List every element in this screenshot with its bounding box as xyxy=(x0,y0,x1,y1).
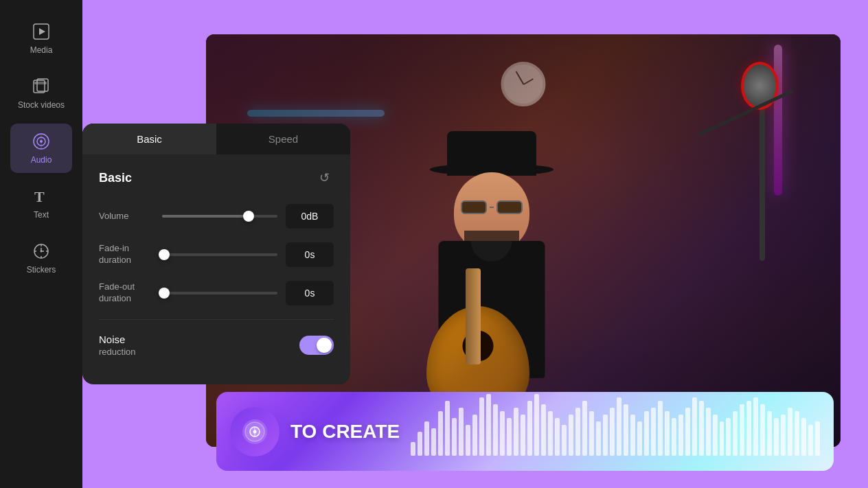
audio-note-icon xyxy=(242,419,267,444)
wave-bar xyxy=(610,408,615,456)
wave-bar xyxy=(500,411,505,456)
wave-bar xyxy=(486,394,491,456)
fade-out-label: Fade-out duration xyxy=(99,281,154,305)
tab-speed[interactable]: Speed xyxy=(216,124,350,154)
wave-bar xyxy=(555,418,560,456)
noise-reduction-toggle[interactable] xyxy=(299,336,334,355)
volume-label: Volume xyxy=(99,211,154,222)
fade-out-thumb[interactable] xyxy=(159,288,170,299)
wave-bar xyxy=(658,401,663,456)
wave-bar xyxy=(603,415,608,456)
wave-bar xyxy=(630,415,635,456)
wave-bar xyxy=(418,432,422,456)
noise-label: Noise xyxy=(99,334,135,345)
wave-bar xyxy=(788,408,792,456)
toggle-thumb xyxy=(317,338,332,353)
wave-bar xyxy=(459,408,464,456)
wave-bar xyxy=(672,418,676,456)
svg-text:T: T xyxy=(34,188,45,205)
wave-bar xyxy=(466,425,470,456)
wave-bar xyxy=(438,411,443,456)
panel-content: Basic ↺ Volume Fade-in duration xyxy=(82,154,350,371)
tab-basic[interactable]: Basic xyxy=(82,124,216,154)
fade-out-value[interactable] xyxy=(286,281,334,305)
wave-bar xyxy=(541,404,546,456)
wave-bar xyxy=(424,421,429,456)
wave-bar xyxy=(507,418,512,456)
wave-bar xyxy=(575,408,580,456)
wave-bar xyxy=(452,418,457,456)
divider xyxy=(99,319,334,320)
audio-label: Audio xyxy=(31,155,52,165)
sidebar-item-media[interactable]: Media xyxy=(10,14,72,63)
section-header: Basic ↺ xyxy=(99,168,334,187)
sidebar-item-text[interactable]: T Text xyxy=(10,178,72,228)
svg-marker-4 xyxy=(39,28,45,35)
media-label: Media xyxy=(30,45,53,55)
tab-bar: Basic Speed xyxy=(82,124,350,154)
reset-button[interactable]: ↺ xyxy=(315,168,334,187)
wave-bar xyxy=(514,408,518,456)
wave-bar xyxy=(760,404,765,456)
wave-bar xyxy=(767,411,772,456)
fade-out-slider[interactable] xyxy=(162,292,277,294)
wave-bar xyxy=(815,421,820,456)
fade-in-slider[interactable] xyxy=(162,253,277,256)
sidebar-item-stickers[interactable]: Stickers xyxy=(10,233,72,283)
stickers-label: Stickers xyxy=(27,265,56,275)
wave-bar xyxy=(562,425,567,456)
waveform xyxy=(411,408,820,456)
volume-slider[interactable] xyxy=(162,215,277,218)
wave-bar xyxy=(596,421,601,456)
wave-bar xyxy=(740,404,744,456)
wave-bar xyxy=(774,418,779,456)
noise-reduction-row: Noise reduction xyxy=(99,334,334,357)
stock-videos-icon xyxy=(32,77,51,96)
fade-in-thumb[interactable] xyxy=(159,249,170,260)
wave-bar xyxy=(624,404,628,456)
sidebar-item-stock-videos[interactable]: Stock videos xyxy=(10,69,72,118)
wave-bar xyxy=(479,397,484,456)
noise-label-group: Noise reduction xyxy=(99,334,135,357)
fade-in-label: Fade-in duration xyxy=(99,243,154,266)
wave-bar xyxy=(569,415,573,456)
wave-bar xyxy=(644,411,649,456)
wave-bar xyxy=(548,411,553,456)
wave-bar xyxy=(637,421,642,456)
volume-value[interactable] xyxy=(286,204,334,229)
mic-head xyxy=(741,62,779,110)
wave-bar xyxy=(472,415,477,456)
sidebar-item-audio[interactable]: Audio xyxy=(10,124,72,173)
wave-bar xyxy=(713,415,718,456)
media-icon xyxy=(32,22,51,41)
wave-bar xyxy=(795,411,799,456)
wave-bar xyxy=(582,401,587,456)
wave-bar xyxy=(527,401,532,456)
wave-bar xyxy=(651,408,656,456)
wave-bar xyxy=(617,397,621,456)
wave-bar xyxy=(706,408,711,456)
section-title: Basic xyxy=(99,171,132,185)
wave-bar xyxy=(692,397,697,456)
wave-bar xyxy=(493,404,498,456)
fade-in-value[interactable] xyxy=(286,242,334,267)
volume-thumb[interactable] xyxy=(243,211,254,222)
wave-bar xyxy=(746,401,751,456)
audio-banner: TO CREATE xyxy=(216,392,834,471)
wave-bar xyxy=(781,415,786,456)
wave-bar xyxy=(589,411,594,456)
wave-bar xyxy=(411,442,415,456)
wave-bar xyxy=(521,415,525,456)
head xyxy=(454,172,529,251)
text-icon: T xyxy=(32,187,51,206)
fade-out-control: Fade-out duration xyxy=(99,281,334,305)
wave-bar xyxy=(678,415,683,456)
sidebar: Media Stock videos Audio xyxy=(0,0,82,488)
stock-videos-label: Stock videos xyxy=(18,100,65,110)
wave-bar xyxy=(808,425,813,456)
volume-control: Volume xyxy=(99,204,334,229)
wave-bar xyxy=(534,394,539,456)
text-label: Text xyxy=(34,210,49,220)
volume-fill xyxy=(162,215,249,218)
fade-in-control: Fade-in duration xyxy=(99,242,334,267)
